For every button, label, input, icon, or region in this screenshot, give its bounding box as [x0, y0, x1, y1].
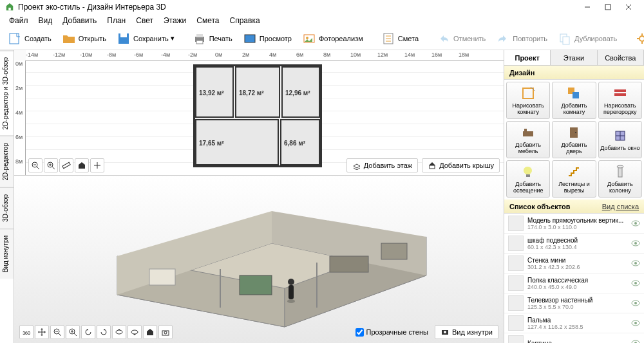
side-tab-0[interactable]: 2D-редактор и 3D-обзор — [0, 50, 14, 136]
floorplan[interactable]: 13,92 м²18,72 м²12,96 м²17,65 м²6,86 м² — [193, 64, 322, 167]
save-icon — [117, 32, 131, 46]
visibility-icon[interactable] — [631, 319, 640, 328]
design-btn-1[interactable]: Добавить комнату — [552, 82, 596, 119]
menu-вид[interactable]: Вид — [33, 15, 58, 26]
object-item[interactable]: Модель прямоугольник вертик...174.0 x 3.… — [504, 214, 644, 234]
zoom-in-3d-button[interactable] — [66, 325, 80, 339]
tilt-up-button[interactable] — [112, 325, 126, 339]
view-3d[interactable]: 360 Прозрачные стены Вид изнутри — [14, 176, 504, 343]
rotate-left-button[interactable] — [81, 325, 95, 339]
design-btn-0[interactable]: Нарисовать комнату — [506, 82, 550, 119]
rp-tab-1[interactable]: Этажи — [551, 50, 597, 65]
visibility-icon[interactable] — [631, 259, 640, 268]
side-tab-1[interactable]: 2D-редактор — [0, 136, 14, 187]
design-btn-6[interactable]: Добавить освещение — [506, 160, 550, 198]
svg-rect-47 — [330, 256, 368, 272]
svg-point-81 — [617, 165, 623, 168]
object-dims: 301.2 x 42.3 x 202.6 — [527, 264, 627, 270]
svg-point-60 — [116, 330, 122, 334]
side-tab-2[interactable]: 3D-обзор — [0, 187, 14, 228]
svg-rect-19 — [563, 37, 569, 44]
camera-button[interactable] — [158, 325, 173, 339]
inside-view-button[interactable]: Вид изнутри — [435, 325, 498, 339]
visibility-icon[interactable] — [631, 299, 640, 308]
view-2d[interactable]: -14м-12м-10м-8м-6м-4м-2м0м2м4м6м8м10м12м… — [14, 50, 504, 176]
rp-tab-2[interactable]: Свойства — [598, 50, 644, 65]
ruler-vertical: 0м2м4м6м8м — [14, 60, 26, 175]
design-btn-3[interactable]: Добавить мебель — [506, 121, 550, 158]
svg-rect-5 — [10, 33, 19, 44]
rp-tab-0[interactable]: Проект — [504, 50, 551, 65]
design-btn-2[interactable]: Нарисовать перегородку — [598, 82, 642, 119]
add-floor-button[interactable]: Добавить этаж — [346, 158, 418, 172]
svg-rect-10 — [196, 41, 203, 44]
rotate-right-button[interactable] — [97, 325, 111, 339]
design-btn-8[interactable]: Добавить колонну — [598, 160, 642, 198]
measure-button[interactable] — [59, 158, 73, 172]
visibility-icon[interactable] — [631, 239, 640, 248]
grid-button[interactable] — [90, 158, 104, 172]
object-item[interactable]: шкаф подвесной60.1 x 42.3 x 130.4 — [504, 234, 644, 254]
pan-button[interactable] — [35, 325, 49, 339]
object-dims: 127.4 x 116.2 x 258.5 — [527, 324, 627, 330]
menu-этажи[interactable]: Этажи — [158, 15, 191, 26]
menu-добавить[interactable]: Добавить — [57, 15, 102, 26]
save-button[interactable]: Сохранить▾ — [113, 29, 178, 48]
orbit-button[interactable]: 360 — [19, 325, 33, 339]
object-list[interactable]: Модель прямоугольник вертик...174.0 x 3.… — [504, 214, 644, 343]
design-section-header: Дизайн — [504, 66, 644, 80]
room[interactable]: 13,92 м² — [195, 66, 234, 118]
zoom-in-button[interactable] — [44, 158, 58, 172]
room[interactable]: 17,65 м² — [195, 119, 279, 165]
object-dims: 174.0 x 3.0 x 110.0 — [527, 224, 627, 230]
redo-button[interactable]: Повторить — [492, 29, 551, 48]
room[interactable]: 6,86 м² — [280, 119, 320, 165]
add-roof-button[interactable]: Добавить крышу — [422, 158, 500, 172]
object-item[interactable]: Пальма127.4 x 116.2 x 258.5 — [504, 313, 644, 333]
design-btn-4[interactable]: Добавить дверь — [552, 121, 596, 158]
design-btn-5[interactable]: Добавить окно — [598, 121, 642, 158]
menu-смета[interactable]: Смета — [191, 15, 224, 26]
design-btn-7[interactable]: Лестницы и вырезы — [552, 160, 596, 198]
maximize-button[interactable] — [598, 0, 618, 14]
svg-rect-48 — [381, 243, 407, 259]
object-item[interactable]: Картина — [504, 333, 644, 343]
scene-3d[interactable] — [14, 176, 504, 343]
settings-button[interactable] — [631, 29, 644, 48]
menu-файл[interactable]: Файл — [4, 15, 33, 26]
object-item[interactable]: Полка классическая240.0 x 45.0 x 49.0 — [504, 273, 644, 293]
menu-план[interactable]: План — [102, 15, 131, 26]
minimize-button[interactable] — [577, 0, 598, 14]
object-item[interactable]: Стенка мини301.2 x 42.3 x 202.6 — [504, 254, 644, 273]
preview-button[interactable]: Просмотр — [239, 29, 296, 48]
estimate-button[interactable]: Смета — [377, 29, 422, 48]
object-item[interactable]: Телевизор настенный125.3 x 5.5 x 70.0 — [504, 293, 644, 313]
transparent-walls-checkbox[interactable]: Прозрачные стены — [355, 328, 428, 337]
menu-свет[interactable]: Свет — [131, 15, 158, 26]
undo-button[interactable]: Отменить — [433, 29, 489, 48]
print-button[interactable]: Печать — [189, 29, 236, 48]
room[interactable]: 18,72 м² — [235, 66, 280, 118]
object-dims: 125.3 x 5.5 x 70.0 — [527, 304, 627, 310]
object-name: Стенка мини — [527, 257, 627, 264]
visibility-icon[interactable] — [631, 338, 640, 343]
visibility-icon[interactable] — [631, 279, 640, 288]
photoreal-button[interactable]: Фотореализм — [298, 29, 367, 48]
tilt-down-button[interactable] — [128, 325, 142, 339]
zoom-out-3d-button[interactable] — [50, 325, 64, 339]
reset-view-button[interactable] — [143, 325, 157, 339]
menu-справка[interactable]: Справка — [225, 15, 265, 26]
list-view-link[interactable]: Вид списка — [602, 203, 639, 210]
home-button[interactable] — [75, 158, 89, 172]
close-button[interactable] — [618, 0, 639, 14]
visibility-icon[interactable] — [631, 219, 640, 228]
zoom-out-button[interactable] — [28, 158, 43, 172]
window-title: Проект эко-стиль - Дизайн Интерьера 3D — [18, 3, 577, 12]
room[interactable]: 12,96 м² — [281, 66, 320, 118]
svg-point-91 — [634, 302, 637, 304]
create-button[interactable]: Создать — [4, 29, 55, 48]
room-label: 13,92 м² — [199, 89, 224, 97]
duplicate-button[interactable]: Дублировать — [554, 29, 621, 48]
open-button[interactable]: Открыть — [58, 29, 110, 48]
side-tab-3[interactable]: Вид изнутри — [0, 228, 14, 279]
